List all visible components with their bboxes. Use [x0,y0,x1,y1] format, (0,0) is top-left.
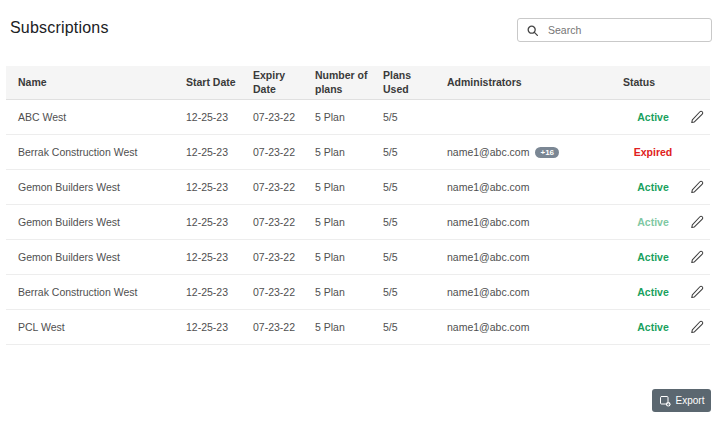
cell-number-of-plans: 5 Plan [315,286,383,298]
cell-expiry-date: 07-23-22 [253,286,315,298]
cell-expiry-date: 07-23-22 [253,251,315,263]
cell-plans-used: 5/5 [383,146,447,158]
cell-plans-used: 5/5 [383,181,447,193]
table-row: Gemon Builders West 12-25-23 07-23-22 5 … [6,170,710,205]
admin-email: name1@abc.com [447,286,529,298]
cell-expiry-date: 07-23-22 [253,216,315,228]
cell-actions [683,283,710,301]
cell-administrators: name1@abc.com+16 [447,146,623,158]
table-row: Gemon Builders West 12-25-23 07-23-22 5 … [6,205,710,240]
cell-expiry-date: 07-23-22 [253,146,315,158]
cell-administrators: name1@abc.com [447,216,623,228]
admin-count-badge[interactable]: +16 [535,147,559,158]
pencil-icon [690,285,704,299]
pencil-icon [690,110,704,124]
export-icon [659,395,671,407]
column-header-name: Name [18,76,186,89]
cell-start-date: 12-25-23 [186,181,253,193]
cell-plans-used: 5/5 [383,251,447,263]
status-badge: Active [623,286,683,298]
cell-name: Berrak Construction West [18,286,186,298]
search-box[interactable] [517,18,712,42]
table-header-row: Name Start Date Expiry Date Number of pl… [6,66,710,100]
cell-actions [683,108,710,126]
column-header-administrators: Administrators [447,76,623,89]
pencil-icon [690,215,704,229]
edit-button[interactable] [688,318,706,336]
edit-button[interactable] [688,248,706,266]
cell-name: Berrak Construction West [18,146,186,158]
column-header-expiry-date: Expiry Date [253,69,315,95]
edit-button[interactable] [688,283,706,301]
pencil-icon [690,250,704,264]
cell-start-date: 12-25-23 [186,216,253,228]
admin-email: name1@abc.com [447,146,529,158]
cell-plans-used: 5/5 [383,321,447,333]
table-body: ABC West 12-25-23 07-23-22 5 Plan 5/5 Ac… [6,100,710,345]
cell-administrators: name1@abc.com [447,181,623,193]
cell-administrators: name1@abc.com [447,321,623,333]
pencil-icon [690,180,704,194]
cell-start-date: 12-25-23 [186,321,253,333]
column-header-start-date: Start Date [186,76,253,89]
pencil-icon [690,320,704,334]
cell-name: Gemon Builders West [18,181,186,193]
edit-button[interactable] [688,108,706,126]
column-header-plans-used: Plans Used [383,69,447,95]
table-row: Gemon Builders West 12-25-23 07-23-22 5 … [6,240,710,275]
edit-button[interactable] [688,213,706,231]
cell-expiry-date: 07-23-22 [253,111,315,123]
cell-number-of-plans: 5 Plan [315,111,383,123]
cell-number-of-plans: 5 Plan [315,181,383,193]
subscriptions-table: Name Start Date Expiry Date Number of pl… [6,66,710,345]
status-badge: Active [623,251,683,263]
column-header-status: Status [623,76,683,89]
search-input[interactable] [548,24,703,36]
cell-expiry-date: 07-23-22 [253,181,315,193]
cell-start-date: 12-25-23 [186,111,253,123]
table-row: Berrak Construction West 12-25-23 07-23-… [6,135,710,170]
page-title: Subscriptions [10,19,109,37]
export-button-label: Export [676,395,705,406]
cell-start-date: 12-25-23 [186,251,253,263]
cell-plans-used: 5/5 [383,216,447,228]
cell-name: PCL West [18,321,186,333]
admin-email: name1@abc.com [447,321,529,333]
cell-number-of-plans: 5 Plan [315,251,383,263]
cell-number-of-plans: 5 Plan [315,146,383,158]
export-button[interactable]: Export [652,389,711,412]
table-row: Berrak Construction West 12-25-23 07-23-… [6,275,710,310]
cell-name: Gemon Builders West [18,251,186,263]
status-badge: Active [623,181,683,193]
cell-expiry-date: 07-23-22 [253,321,315,333]
cell-actions [683,248,710,266]
subscriptions-page: Subscriptions Name Start Date Expiry Dat… [0,0,715,421]
status-badge: Active [623,216,683,228]
table-row: ABC West 12-25-23 07-23-22 5 Plan 5/5 Ac… [6,100,710,135]
cell-name: Gemon Builders West [18,216,186,228]
cell-administrators: name1@abc.com [447,286,623,298]
cell-start-date: 12-25-23 [186,286,253,298]
status-badge: Active [623,111,683,123]
cell-plans-used: 5/5 [383,286,447,298]
search-icon [526,24,539,37]
cell-administrators: name1@abc.com [447,251,623,263]
cell-start-date: 12-25-23 [186,146,253,158]
status-badge: Active [623,321,683,333]
cell-actions [683,213,710,231]
cell-number-of-plans: 5 Plan [315,216,383,228]
admin-email: name1@abc.com [447,216,529,228]
cell-name: ABC West [18,111,186,123]
admin-email: name1@abc.com [447,251,529,263]
status-badge: Expired [623,146,683,158]
edit-button[interactable] [688,178,706,196]
table-row: PCL West 12-25-23 07-23-22 5 Plan 5/5 na… [6,310,710,345]
cell-number-of-plans: 5 Plan [315,321,383,333]
admin-email: name1@abc.com [447,181,529,193]
cell-plans-used: 5/5 [383,111,447,123]
cell-actions [683,318,710,336]
column-header-number-of-plans: Number of plans [315,69,383,95]
cell-actions [683,178,710,196]
